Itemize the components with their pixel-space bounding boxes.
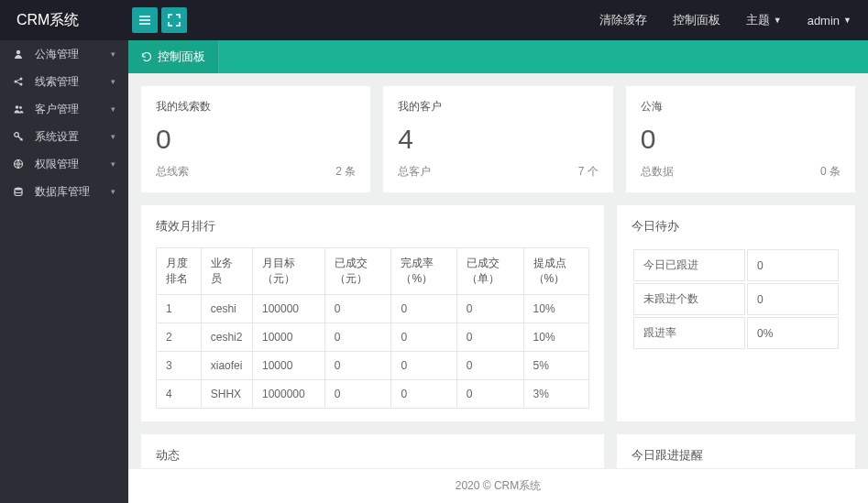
table-cell: 0 — [456, 295, 523, 323]
table-cell: 0 — [456, 323, 523, 352]
stat-sub-label: 总数据 — [641, 164, 674, 180]
table-header: 已成交（元） — [324, 248, 391, 295]
performance-panel: 绩效月排行 月度排名业务员月目标（元）已成交（元）完成率（%）已成交（单）提成点… — [141, 205, 604, 421]
stat-sub-value: 2 条 — [335, 164, 356, 180]
menu-toggle-button[interactable] — [132, 7, 158, 33]
chevron-down-icon: ▼ — [843, 16, 852, 25]
table-cell: 跟进率 — [633, 317, 745, 349]
table-header: 月目标（元） — [252, 248, 324, 295]
clear-cache-link[interactable]: 清除缓存 — [599, 12, 647, 28]
table-cell: 0 — [324, 295, 391, 323]
stat-title: 我的线索数 — [156, 99, 356, 115]
table-cell: 0 — [391, 323, 456, 352]
sidebar-item-1[interactable]: 线索管理▾ — [0, 68, 128, 95]
stat-title: 我的客户 — [398, 99, 598, 115]
feed-title: 动态 — [156, 447, 589, 464]
table-row: 跟进率0% — [633, 317, 839, 349]
chevron-down-icon: ▾ — [111, 77, 115, 86]
theme-label: 主题 — [746, 12, 770, 28]
table-cell: 1000000 — [252, 380, 324, 409]
user-dropdown[interactable]: admin ▼ — [808, 14, 852, 27]
tab-dashboard[interactable]: 控制面板 — [128, 40, 219, 73]
table-row: 今日已跟进0 — [633, 249, 839, 281]
table-cell: ceshi2 — [201, 323, 252, 352]
share-icon — [13, 76, 27, 87]
sidebar: 公海管理▾线索管理▾客户管理▾系统设置▾权限管理▾数据库管理▾ — [0, 40, 128, 503]
sidebar-item-0[interactable]: 公海管理▾ — [0, 40, 128, 68]
db-icon — [13, 186, 27, 197]
table-cell: 2 — [157, 323, 202, 352]
table-row: 3xiaofei100000005% — [157, 352, 589, 380]
sidebar-item-5[interactable]: 数据库管理▾ — [0, 178, 128, 205]
table-row: 4SHHX10000000003% — [157, 380, 589, 409]
stat-card-2: 公海0总数据0 条 — [626, 86, 855, 192]
chevron-down-icon: ▼ — [774, 16, 782, 25]
table-cell: 未跟进个数 — [633, 283, 745, 315]
table-cell: 1 — [157, 295, 202, 323]
todo-table: 今日已跟进0未跟进个数0跟进率0% — [632, 247, 841, 351]
stat-value: 4 — [398, 124, 598, 155]
table-cell: 10% — [523, 295, 588, 323]
table-cell: 0 — [324, 323, 391, 352]
table-cell: 0 — [324, 380, 391, 409]
stat-value: 0 — [156, 124, 356, 155]
remind-title: 今日跟进提醒 — [632, 447, 841, 464]
sidebar-item-label: 线索管理 — [35, 74, 79, 90]
user-label: admin — [808, 14, 840, 27]
table-cell: 0 — [456, 380, 523, 409]
table-cell: 100000 — [252, 295, 324, 323]
sidebar-item-2[interactable]: 客户管理▾ — [0, 95, 128, 123]
stat-sub-value: 0 条 — [820, 164, 841, 180]
stat-sub-value: 7 个 — [578, 164, 599, 180]
brand-title: CRM系统 — [0, 11, 128, 30]
chevron-down-icon: ▾ — [111, 132, 115, 141]
table-cell: SHHX — [201, 380, 252, 409]
tabbar: 控制面板 — [128, 40, 868, 73]
fullscreen-button[interactable] — [161, 7, 187, 33]
table-cell: 0% — [747, 317, 839, 349]
dashboard-link[interactable]: 控制面板 — [673, 12, 720, 28]
svg-point-5 — [19, 106, 22, 109]
stat-card-1: 我的客户4总客户7 个 — [383, 86, 612, 192]
stat-title: 公海 — [641, 99, 841, 115]
sidebar-item-label: 数据库管理 — [35, 184, 90, 200]
stat-sub-label: 总客户 — [398, 164, 431, 180]
sidebar-item-label: 权限管理 — [35, 157, 79, 172]
users-icon — [13, 104, 27, 115]
performance-table: 月度排名业务员月目标（元）已成交（元）完成率（%）已成交（单）提成点（%） 1c… — [156, 247, 589, 409]
table-header: 已成交（单） — [456, 248, 523, 295]
table-row: 2ceshi21000000010% — [157, 323, 589, 352]
table-header: 完成率（%） — [391, 248, 456, 295]
table-header: 月度排名 — [157, 248, 202, 295]
table-cell: 10% — [523, 323, 588, 352]
svg-point-4 — [16, 105, 19, 109]
todo-panel: 今日待办 今日已跟进0未跟进个数0跟进率0% — [617, 205, 855, 421]
refresh-icon — [141, 51, 152, 62]
table-cell: 0 — [391, 380, 456, 409]
sidebar-item-4[interactable]: 权限管理▾ — [0, 150, 128, 178]
table-cell: 0 — [747, 249, 839, 281]
performance-title: 绩效月排行 — [156, 218, 589, 235]
todo-title: 今日待办 — [632, 218, 841, 235]
sidebar-item-label: 系统设置 — [35, 129, 79, 145]
sidebar-item-3[interactable]: 系统设置▾ — [0, 123, 128, 150]
stat-value: 0 — [641, 124, 841, 155]
table-cell: 0 — [747, 283, 839, 315]
table-cell: 0 — [391, 352, 456, 380]
table-header: 提成点（%） — [523, 248, 588, 295]
table-cell: 10000 — [252, 352, 324, 380]
table-cell: 0 — [391, 295, 456, 323]
svg-point-8 — [15, 188, 22, 191]
sidebar-item-label: 公海管理 — [35, 47, 79, 62]
table-cell: 5% — [523, 352, 588, 380]
stat-sub-label: 总线索 — [156, 164, 189, 180]
chevron-down-icon: ▾ — [111, 104, 115, 114]
footer: 2020 © CRM系统 — [128, 468, 868, 503]
chevron-down-icon: ▾ — [111, 159, 115, 169]
table-cell: 0 — [324, 352, 391, 380]
table-cell: 4 — [157, 380, 202, 409]
stat-card-0: 我的线索数0总线索2 条 — [141, 86, 370, 192]
table-cell: xiaofei — [201, 352, 252, 380]
theme-dropdown[interactable]: 主题 ▼ — [746, 12, 782, 28]
table-cell: ceshi — [201, 295, 252, 323]
